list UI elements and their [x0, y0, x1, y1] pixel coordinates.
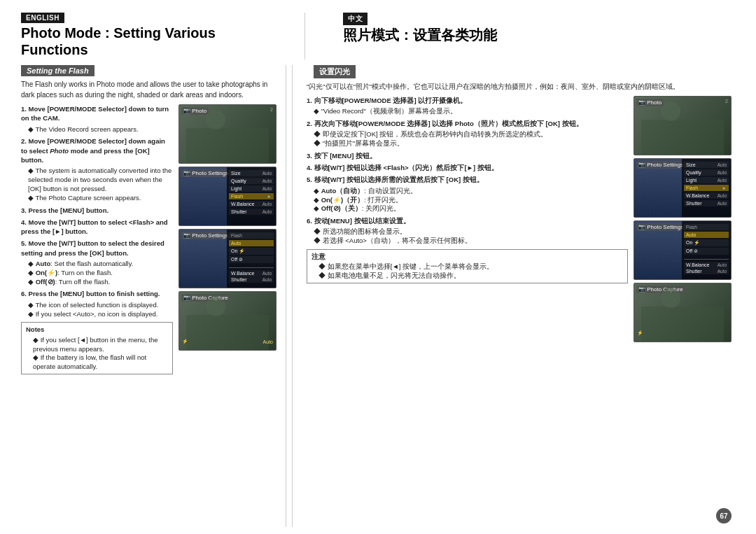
- cn-device-screenshot-1: 📷 Photo 2: [634, 96, 732, 155]
- en-notes-title: Notes: [26, 325, 168, 334]
- cn-cam-icon-2: 📷 Photo Settings: [636, 161, 685, 169]
- en-intro: The Flash only works in Photo mode and a…: [21, 80, 280, 100]
- flash-line-4: ⚡: [182, 339, 188, 344]
- main-title-en: Photo Mode : Setting Various Functions: [21, 24, 280, 58]
- cn-cam-icon-1: 📷 Photo: [636, 99, 664, 106]
- en-notes-box: Notes If you select [◄] button in the me…: [21, 322, 173, 374]
- cn-device-screenshot-4: 📷 Photo Capture ⚡: [634, 283, 732, 342]
- auto-label-4: Auto: [263, 339, 273, 344]
- mode-indicator-1: 2: [270, 107, 273, 112]
- cn-notes-box: 注意 如果您在菜单中选择[◄] 按键，上一个菜单将会显示。 如果电池电量不足，闪…: [307, 249, 628, 283]
- cn-device-screenshot-2: 📷 Photo Settings SizeAuto QualityAuto Li…: [634, 158, 732, 218]
- section-title-cn: 设置闪光: [314, 65, 356, 78]
- cn-steps: 1. 向下移动[POWER/MODE 选择器] 以打开摄像机。 "Video R…: [307, 96, 628, 527]
- menu-overlay-3: Flash Auto On ⚡ Off ⊘ W.BalanceAuto Shut…: [227, 230, 276, 288]
- device-screenshot-4: 📷 Photo Capture ⚡ Auto: [178, 291, 276, 351]
- section-title-en: Setting the Flash: [21, 65, 94, 76]
- cn-cam-icon-3: 📷 Photo Settings: [636, 223, 685, 231]
- cam-icon-1: 📷 Photo: [181, 107, 209, 115]
- cn-device-images: 📷 Photo 2 📷 Photo Settings SizeAuto Qual…: [634, 96, 735, 527]
- cn-flash-line: ⚡: [637, 330, 643, 336]
- main-title-cn: 照片模式：设置各类功能: [343, 27, 735, 43]
- device-screenshot-1: 📷 Photo 2: [178, 104, 276, 164]
- menu-overlay-2: SizeAuto QualityAuto LightAuto Flash► W.…: [227, 167, 276, 225]
- device-screenshot-2: 📷 Photo Settings SizeAuto QualityAuto Li…: [178, 167, 276, 226]
- cn-intro: "闪光"仅可以在"照片"模式中操作。它也可以让用户在深暗的地方拍摄照片，例如：夜…: [307, 82, 735, 92]
- cn-notes-title: 注意: [312, 252, 623, 261]
- device-screenshot-3: 📷 Photo Settings Flash Auto On ⚡ Off ⊘ W…: [178, 229, 276, 288]
- en-device-images: 📷 Photo 2 📷 Photo Settings SizeAut: [178, 104, 280, 527]
- english-badge: ENGLISH: [21, 13, 64, 23]
- cam-icon-2: 📷 Photo Settings: [181, 169, 230, 177]
- chinese-badge: 中文: [343, 13, 368, 25]
- page-number: 67: [716, 508, 732, 524]
- cn-device-screenshot-3: 📷 Photo Settings Flash Auto On ⚡ Off ⊘ W…: [634, 220, 732, 280]
- en-steps: 1. Move [POWER/MODE Selector] down to tu…: [21, 104, 173, 527]
- cam-icon-3: 📷 Photo Settings: [181, 232, 230, 239]
